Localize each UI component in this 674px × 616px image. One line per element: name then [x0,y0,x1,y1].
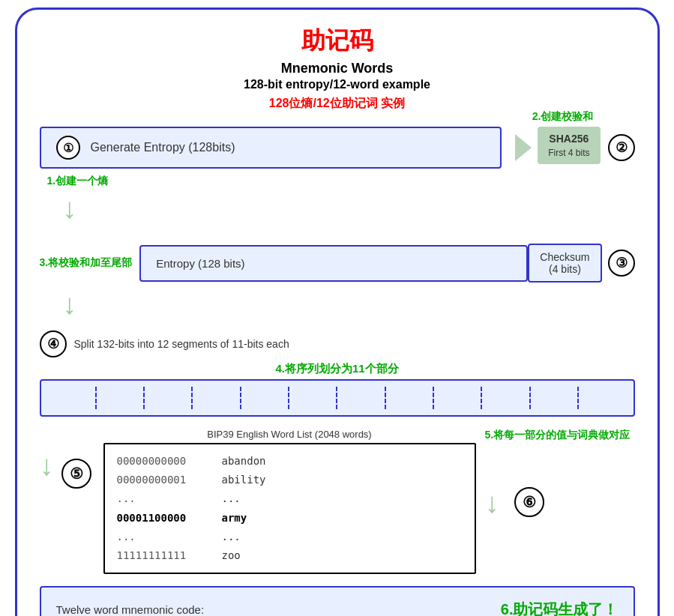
arrow-down-1: ↓ [62,194,76,223]
entropy128-box: Entropy (128 bits) [139,245,528,282]
section1-wrapper: 2.创建校验和 ① Generate Entropy (128bits) SHA… [40,127,635,188]
wl-num-dots2: ... [117,528,207,546]
label-1: 1.创建一个熵 [40,175,635,188]
circle-5: ⑤ [61,459,91,489]
subtitle-en: 128-bit entropy/12-word example [40,78,635,91]
label-4: 4.将序列划分为11个部分 [40,362,635,376]
label-2: 2.创建校验和 [532,110,594,124]
wordlist-title: BIP39 English Word List (2048 words) [103,429,476,440]
split-text: Split 132-bits into 12 segments of 11-bi… [74,338,289,350]
label-6: 6.助记码生成了！ [501,600,619,616]
entropy128-label: Entropy (128 bits) [156,257,244,270]
section5-row: ↓ ⑤ BIP39 English Word List (2048 words)… [40,429,635,574]
section6-title-row: Twelve word mnemonic code: 6.助记码生成了！ [56,600,619,616]
entropy-box: ① Generate Entropy (128bits) [40,127,502,169]
seg-7 [337,387,385,409]
seg-3 [145,387,193,409]
wl-row-3: ... ... [117,489,463,508]
wl-row-6: 11111111111 zoo [117,546,463,565]
segments-bar [40,379,635,417]
wl-word-army: army [222,509,247,528]
arrow-right-1 [515,134,532,161]
circle-2: ② [608,134,635,161]
circle-6: ⑥ [514,487,544,517]
title-cn: 助记码 [40,25,635,58]
wl-row-2: 00000000001 ability [117,471,463,489]
subtitle-cn: 128位熵/12位助记词 实例 [40,96,635,112]
seg-5 [241,387,289,409]
circle-3: ③ [608,250,635,277]
wl-row-4: 00001100000 army [117,509,463,528]
generate-entropy-label: Generate Entropy (128bits) [91,141,235,154]
seg-6 [289,387,337,409]
sha-sub-label: First 4 bits [548,148,589,158]
seg-8 [386,387,434,409]
wl-word-zoo: zoo [222,546,241,565]
section6-title: Twelve word mnemonic code: [56,603,501,616]
seg-2 [97,387,145,409]
label-5: 5.将每一部分的值与词典做对应 [485,429,631,442]
circle-4: ④ [40,330,67,357]
seg-12 [579,387,625,409]
wl-word-dots2: ... [222,528,241,546]
wl-num-2: 00000000001 [117,471,207,489]
seg-9 [434,387,482,409]
seg-4 [193,387,241,409]
seg-10 [482,387,530,409]
title-en: Mnemonic Words [40,61,635,76]
main-container: 助记码 Mnemonic Words 128-bit entropy/12-wo… [15,7,660,616]
wordlist-box: 00000000000 abandon 00000000001 ability … [103,443,476,574]
wl-num-1: 00000000000 [117,452,207,471]
arrow-down-4: ↓ [485,489,499,517]
wl-num-dots1: ... [117,489,207,508]
wl-num-zoo: 11111111111 [117,546,207,565]
section3-row: 3.将校验和加至尾部 Entropy (128 bits) Checksum(4… [40,244,635,283]
sha-label: SHA256 [549,133,589,145]
wl-word-1: abandon [222,452,266,471]
wl-word-dots1: ... [222,489,241,508]
label-3: 3.将校验和加至尾部 [40,256,133,270]
wl-row-5: ... ... [117,528,463,546]
section4-row: ④ Split 132-bits into 12 segments of 11-… [40,330,635,357]
seg-11 [531,387,579,409]
wordlist-container: BIP39 English Word List (2048 words) 000… [103,429,476,574]
wl-num-army: 00001100000 [117,509,207,528]
wl-word-2: ability [222,471,266,489]
wl-row-1: 00000000000 abandon [117,452,463,471]
checksum-label: Checksum(4 bits) [540,251,589,275]
section1-row: ① Generate Entropy (128bits) SHA256 Firs… [40,127,635,169]
arrow-down-2: ↓ [62,290,76,318]
seg-1 [49,387,97,409]
checksum-box: Checksum(4 bits) [528,244,601,283]
sha-box: SHA256 First 4 bits [538,127,600,164]
circle-1: ① [56,136,80,160]
arrow-down-3: ↓ [40,451,54,480]
section6-box: Twelve word mnemonic code: 6.助记码生成了！ arm… [40,586,635,616]
